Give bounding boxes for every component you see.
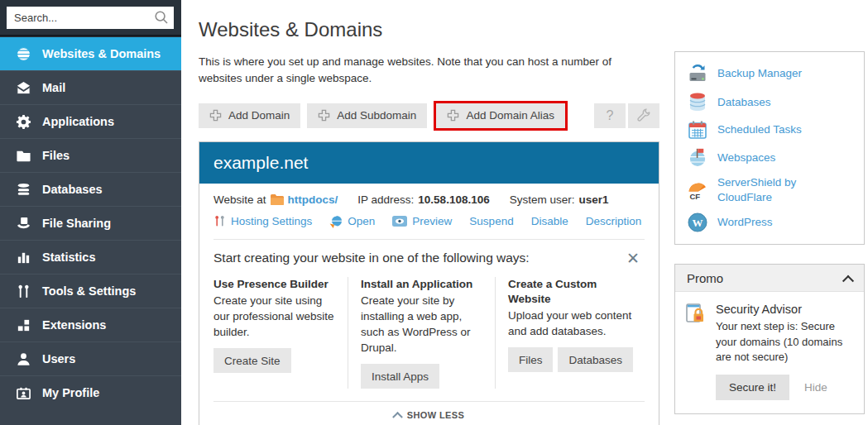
sidebar-item-label: Applications bbox=[42, 115, 114, 128]
add-domain-button[interactable]: Add Domain bbox=[199, 103, 300, 128]
sidebar-item-label: Statistics bbox=[42, 251, 95, 264]
database-icon bbox=[16, 182, 31, 198]
website-at-label: Website at bbox=[213, 193, 266, 206]
domain-actions-row: Hosting Settings Open Preview Suspend Di… bbox=[213, 215, 645, 228]
preview-link[interactable]: Preview bbox=[392, 215, 452, 227]
disable-link[interactable]: Disable bbox=[531, 215, 568, 227]
backup-manager-icon bbox=[687, 63, 708, 84]
sidebar-item-label: Databases bbox=[42, 183, 103, 196]
servershield-link[interactable]: CF ServerShield by CloudFlare bbox=[687, 175, 852, 204]
promo-header-label: Promo bbox=[687, 271, 723, 285]
sidebar-item-applications[interactable]: Applications bbox=[0, 104, 181, 138]
hosting-settings-icon bbox=[213, 215, 226, 227]
sidebar-item-label: Users bbox=[42, 352, 75, 365]
system-user-value: user1 bbox=[578, 193, 608, 206]
security-advisor-icon bbox=[685, 303, 708, 400]
tools-box: Backup Manager Databases Scheduled Tasks… bbox=[674, 51, 865, 245]
column-text: Create your site by installing a web app… bbox=[361, 293, 483, 356]
sidebar-item-extensions[interactable]: Extensions bbox=[0, 308, 181, 341]
promo-box: Promo Security Advisor Your next step is… bbox=[674, 264, 865, 414]
custom-website-column: Create a Custom Website Upload your web … bbox=[495, 277, 645, 389]
question-icon: ? bbox=[607, 108, 614, 123]
close-icon[interactable]: ✕ bbox=[626, 251, 640, 266]
ip-value: 10.58.108.106 bbox=[418, 193, 489, 206]
hosting-settings-link[interactable]: Hosting Settings bbox=[213, 215, 312, 227]
tool-label: ServerShield by CloudFlare bbox=[717, 175, 852, 204]
show-less-toggle[interactable]: SHOW LESS bbox=[213, 401, 645, 425]
open-site-icon bbox=[329, 215, 343, 228]
tool-label: WordPress bbox=[717, 215, 773, 230]
scheduled-tasks-icon bbox=[687, 120, 708, 140]
svg-text:W: W bbox=[693, 217, 703, 229]
open-link[interactable]: Open bbox=[329, 215, 375, 228]
sidebar-item-files[interactable]: Files bbox=[0, 138, 181, 172]
tool-label: Databases bbox=[717, 95, 771, 110]
backup-manager-link[interactable]: Backup Manager bbox=[687, 63, 852, 84]
files-button[interactable]: Files bbox=[508, 347, 554, 372]
wordpress-link[interactable]: W WordPress bbox=[687, 212, 852, 233]
add-subdomain-button[interactable]: Add Subdomain bbox=[307, 103, 427, 128]
bar-chart-icon bbox=[16, 250, 31, 265]
tool-label: Webspaces bbox=[717, 150, 775, 165]
mail-icon bbox=[16, 80, 31, 96]
folder-icon bbox=[16, 148, 31, 164]
sidebar-item-label: Files bbox=[42, 149, 70, 162]
sidebar-item-mail[interactable]: Mail bbox=[0, 70, 181, 104]
hide-link[interactable]: Hide bbox=[804, 381, 827, 394]
webroot-link[interactable]: httpdocs/ bbox=[288, 193, 338, 206]
column-heading: Use Presence Builder bbox=[213, 277, 328, 292]
sidebar-item-label: Extensions bbox=[42, 318, 106, 332]
tool-label: Backup Manager bbox=[717, 66, 802, 81]
suspend-link[interactable]: Suspend bbox=[469, 215, 513, 227]
sidebar-item-label: Tools & Settings bbox=[42, 284, 136, 298]
system-user-label: System user: bbox=[510, 193, 575, 206]
databases-button[interactable]: Databases bbox=[558, 347, 633, 372]
getting-started-title: Start creating your website in one of th… bbox=[213, 251, 530, 265]
page-description: This is where you set up and manage webs… bbox=[199, 54, 652, 88]
sidebar-item-my-profile[interactable]: My Profile bbox=[0, 375, 181, 409]
sidebar-item-websites-domains[interactable]: Websites & Domains bbox=[0, 36, 181, 70]
security-advisor-title: Security Advisor bbox=[716, 303, 854, 316]
search-icon[interactable] bbox=[154, 10, 169, 25]
secure-it-button[interactable]: Secure it! bbox=[716, 375, 789, 400]
chevron-up-icon[interactable] bbox=[842, 275, 854, 286]
sidebar-item-users[interactable]: Users bbox=[0, 341, 181, 375]
webspaces-link[interactable]: Webspaces bbox=[687, 147, 852, 168]
create-site-button[interactable]: Create Site bbox=[213, 348, 291, 373]
sidebar-item-databases[interactable]: Databases bbox=[0, 172, 181, 206]
tools-icon bbox=[16, 284, 31, 299]
databases-icon bbox=[687, 92, 708, 112]
getting-started-section: Start creating your website in one of th… bbox=[213, 239, 645, 389]
globe-icon bbox=[16, 46, 31, 62]
tool-label: Scheduled Tasks bbox=[717, 122, 802, 137]
sidebar-item-label: File Sharing bbox=[42, 217, 111, 230]
security-advisor-text: Your next step is: Secure your domains (… bbox=[716, 319, 854, 365]
column-heading: Install an Application bbox=[361, 277, 472, 292]
file-sharing-icon bbox=[16, 216, 31, 232]
plus-icon bbox=[318, 109, 330, 122]
settings-wrench-button[interactable] bbox=[628, 103, 659, 128]
sidebar-item-file-sharing[interactable]: File Sharing bbox=[0, 206, 181, 240]
column-text: Upload your web content and add database… bbox=[508, 308, 633, 339]
search-input[interactable] bbox=[7, 7, 174, 29]
domains-toolbar: Add Domain Add Subdomain Add Domain Alia… bbox=[199, 101, 659, 131]
help-button[interactable]: ? bbox=[594, 103, 626, 128]
sidebar-item-tools-settings[interactable]: Tools & Settings bbox=[0, 274, 181, 308]
add-domain-alias-button[interactable]: Add Domain Alias bbox=[436, 103, 565, 128]
sidebar-item-label: Websites & Domains bbox=[42, 47, 161, 60]
scheduled-tasks-link[interactable]: Scheduled Tasks bbox=[687, 120, 852, 140]
chevron-up-icon bbox=[392, 412, 403, 423]
page-title: Websites & Domains bbox=[199, 18, 695, 41]
sidebar-item-statistics[interactable]: Statistics bbox=[0, 240, 181, 274]
presence-builder-column: Use Presence Builder Create your site us… bbox=[213, 277, 348, 389]
plus-icon bbox=[209, 109, 222, 122]
webspaces-icon bbox=[687, 147, 708, 168]
description-link[interactable]: Description bbox=[586, 215, 642, 227]
svg-text:CF: CF bbox=[690, 191, 701, 200]
sidebar-item-label: My Profile bbox=[42, 386, 99, 399]
install-apps-button[interactable]: Install Apps bbox=[361, 364, 439, 389]
databases-link[interactable]: Databases bbox=[687, 92, 852, 112]
highlight-frame: Add Domain Alias bbox=[434, 101, 568, 131]
install-application-column: Install an Application Create your site … bbox=[348, 277, 495, 389]
promo-header[interactable]: Promo bbox=[675, 265, 864, 292]
